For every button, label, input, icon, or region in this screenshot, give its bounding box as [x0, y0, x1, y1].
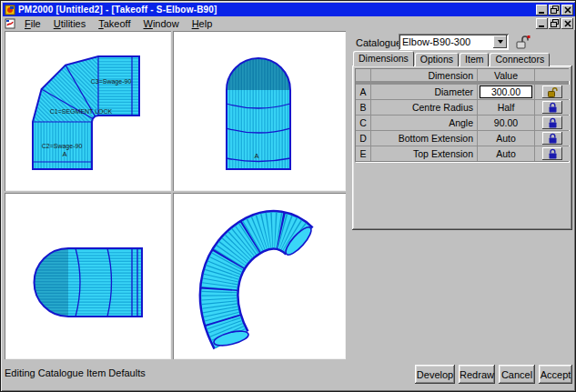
- lock-toggle-button[interactable]: [542, 147, 562, 160]
- row-dimension: Bottom Extension: [371, 131, 477, 146]
- value-cell[interactable]: Auto: [478, 146, 534, 161]
- lock-toggle-button[interactable]: [542, 116, 562, 129]
- menu-file[interactable]: File: [19, 17, 46, 30]
- dimensions-panel: Dimension Value A Diameter 300.00 B Cent…: [352, 65, 572, 230]
- redraw-button[interactable]: Redraw: [459, 365, 495, 384]
- lock-toggle-button[interactable]: [542, 85, 562, 98]
- child-restore-button[interactable]: [549, 18, 561, 29]
- lock-open-icon: [547, 86, 559, 97]
- row-dimension: Centre Radius: [371, 100, 477, 115]
- menu-help[interactable]: Help: [187, 17, 218, 30]
- catalogue-combobox[interactable]: Elbow-B90-300: [399, 34, 509, 50]
- tab-strip: Dimensions Options Item Connectors: [353, 51, 551, 66]
- action-buttons: Develop Redraw Cancel Accept: [415, 365, 572, 384]
- menu-bar: File Utilities Takeoff Window Help: [3, 16, 575, 30]
- lock-cell: [535, 116, 570, 130]
- lock-cell: [535, 146, 570, 161]
- catalogue-label: Catalogue: [356, 37, 401, 48]
- point-a-marker: A: [254, 152, 258, 160]
- row-id: A: [356, 85, 370, 99]
- status-text: Editing Catalogue Item Defaults: [5, 367, 146, 378]
- catalogue-value: Elbow-B90-300: [399, 36, 493, 47]
- elbow-3d-body: [213, 224, 315, 348]
- restore-button[interactable]: [549, 5, 561, 15]
- row-id: E: [356, 146, 370, 161]
- value-edit-field[interactable]: 300.00: [480, 85, 532, 98]
- lock-cell: [535, 131, 570, 146]
- lock-toggle-button[interactable]: [542, 101, 562, 114]
- lock-closed-icon: [548, 133, 558, 144]
- child-minimize-button[interactable]: [536, 18, 548, 29]
- dimension-table: Dimension Value A Diameter 300.00 B Cent…: [355, 68, 569, 162]
- title-bar: PM2000 [Untitled2] - [Takeoff - S-Elbow-…: [3, 3, 575, 16]
- lock-closed-icon: [548, 102, 558, 113]
- lock-cell: [535, 100, 570, 115]
- viewport-3d[interactable]: [173, 193, 346, 359]
- app-window: PM2000 [Untitled2] - [Takeoff - S-Elbow-…: [0, 0, 576, 392]
- app-icon: [5, 5, 15, 15]
- row-id: C: [356, 116, 370, 130]
- viewport-front[interactable]: C3=Swage-90 C1=SEGMENT LOCK C2=Swage-90 …: [5, 31, 171, 191]
- tab-dimensions[interactable]: Dimensions: [353, 51, 414, 66]
- menu-window[interactable]: Window: [138, 17, 185, 30]
- row-dimension: Angle: [371, 116, 477, 130]
- row-id: D: [356, 131, 370, 146]
- lock-open-icon: [515, 35, 531, 49]
- point-a-label: A: [62, 150, 66, 158]
- cancel-button[interactable]: Cancel: [499, 365, 535, 384]
- value-cell[interactable]: 90.00: [478, 116, 534, 130]
- connector2-label: C2=Swage-90: [42, 143, 83, 150]
- header-value: Value: [478, 69, 534, 81]
- lock-toggle-button[interactable]: [542, 132, 562, 145]
- close-button[interactable]: [561, 5, 573, 15]
- tab-options[interactable]: Options: [415, 53, 459, 66]
- unlock-tool-button[interactable]: [513, 33, 531, 50]
- menu-takeoff[interactable]: Takeoff: [93, 17, 136, 30]
- value-cell[interactable]: Half: [478, 100, 534, 115]
- lock-closed-icon: [548, 117, 558, 128]
- header-dimension: Dimension: [371, 69, 477, 81]
- viewport-top[interactable]: [5, 193, 171, 359]
- connector1-label: C1=SEGMENT LOCK: [50, 108, 113, 115]
- combobox-dropdown-button[interactable]: [493, 35, 507, 48]
- menu-utilities[interactable]: Utilities: [48, 17, 91, 30]
- accept-button[interactable]: Accept: [539, 365, 572, 384]
- window-title: PM2000 [Untitled2] - [Takeoff - S-Elbow-…: [18, 5, 217, 15]
- minimize-button[interactable]: [536, 5, 548, 15]
- value-cell[interactable]: Auto: [478, 131, 534, 146]
- row-dimension: Diameter: [371, 85, 477, 99]
- tab-item[interactable]: Item: [460, 53, 489, 66]
- header-lock: [535, 69, 570, 81]
- lock-closed-icon: [548, 148, 558, 159]
- value-cell: 300.00: [478, 85, 534, 99]
- tab-connectors[interactable]: Connectors: [490, 53, 550, 66]
- develop-button[interactable]: Develop: [415, 365, 455, 384]
- viewport-side[interactable]: A: [173, 31, 346, 191]
- row-id: B: [356, 100, 370, 115]
- header-corner: [356, 69, 370, 81]
- child-close-button[interactable]: [561, 18, 573, 29]
- connector3-label: C3=Swage-90: [91, 78, 132, 85]
- chevron-down-icon: [498, 40, 503, 44]
- lock-cell: [535, 85, 570, 99]
- row-dimension: Top Extension: [371, 146, 477, 161]
- document-icon: [5, 18, 15, 29]
